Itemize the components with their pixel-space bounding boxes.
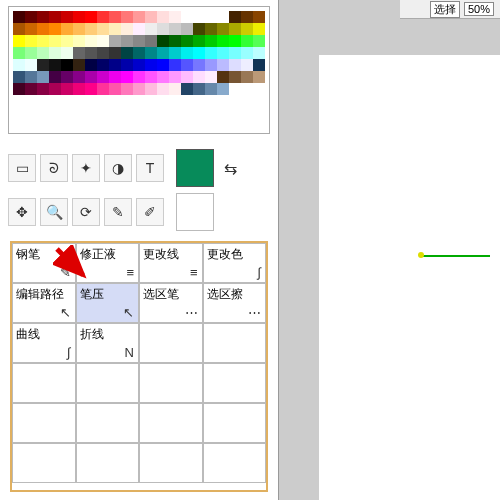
swatch[interactable] bbox=[49, 35, 61, 47]
swatch[interactable] bbox=[49, 71, 61, 83]
tool-笔压[interactable]: 笔压↖ bbox=[76, 283, 140, 323]
swatch[interactable] bbox=[217, 59, 229, 71]
swatch[interactable] bbox=[37, 23, 49, 35]
swatch[interactable] bbox=[229, 47, 241, 59]
swatch[interactable] bbox=[133, 35, 145, 47]
text-icon[interactable]: T bbox=[136, 154, 164, 182]
swatch[interactable] bbox=[253, 71, 265, 83]
swatch[interactable] bbox=[13, 71, 25, 83]
swatch[interactable] bbox=[169, 59, 181, 71]
swatch[interactable] bbox=[61, 35, 73, 47]
swatch[interactable] bbox=[121, 59, 133, 71]
tool-选区擦[interactable]: 选区擦⋯ bbox=[203, 283, 267, 323]
canvas[interactable] bbox=[319, 55, 500, 500]
tool-编辑路径[interactable]: 编辑路径↖ bbox=[12, 283, 76, 323]
swatch[interactable] bbox=[85, 59, 97, 71]
swatch[interactable] bbox=[157, 35, 169, 47]
swatch[interactable] bbox=[241, 11, 253, 23]
swatch[interactable] bbox=[13, 59, 25, 71]
tool-更改色[interactable]: 更改色∫ bbox=[203, 243, 267, 283]
swatch[interactable] bbox=[253, 11, 265, 23]
swatch[interactable] bbox=[133, 83, 145, 95]
swatch[interactable] bbox=[133, 11, 145, 23]
tool-选区笔[interactable]: 选区笔⋯ bbox=[139, 283, 203, 323]
swatch[interactable] bbox=[241, 59, 253, 71]
swatch[interactable] bbox=[205, 35, 217, 47]
swatch[interactable] bbox=[169, 83, 181, 95]
swatch[interactable] bbox=[13, 47, 25, 59]
swatch[interactable] bbox=[229, 11, 241, 23]
swatch[interactable] bbox=[133, 59, 145, 71]
swatch[interactable] bbox=[97, 59, 109, 71]
eyedropper2-icon[interactable]: ✐ bbox=[136, 198, 164, 226]
swatch[interactable] bbox=[169, 47, 181, 59]
foreground-color[interactable] bbox=[176, 149, 214, 187]
swatch[interactable] bbox=[37, 47, 49, 59]
swatch[interactable] bbox=[217, 35, 229, 47]
swatch[interactable] bbox=[217, 11, 229, 23]
swatch[interactable] bbox=[181, 47, 193, 59]
tool-更改线[interactable]: 更改线≡ bbox=[139, 243, 203, 283]
swatch[interactable] bbox=[61, 23, 73, 35]
swatch[interactable] bbox=[73, 59, 85, 71]
swatch[interactable] bbox=[157, 11, 169, 23]
swatch[interactable] bbox=[109, 11, 121, 23]
swatch[interactable] bbox=[61, 47, 73, 59]
swatch[interactable] bbox=[85, 47, 97, 59]
select-button[interactable]: 选择 bbox=[430, 1, 460, 18]
rotate-icon[interactable]: ⟳ bbox=[72, 198, 100, 226]
swatch[interactable] bbox=[193, 11, 205, 23]
zoom-icon[interactable]: 🔍 bbox=[40, 198, 68, 226]
swatch[interactable] bbox=[229, 71, 241, 83]
tool-折线[interactable]: 折线N bbox=[76, 323, 140, 363]
swatch[interactable] bbox=[61, 59, 73, 71]
swatch[interactable] bbox=[97, 11, 109, 23]
swatch[interactable] bbox=[157, 83, 169, 95]
swatch[interactable] bbox=[229, 23, 241, 35]
swatch[interactable] bbox=[97, 47, 109, 59]
blank-swatch[interactable] bbox=[176, 193, 214, 231]
swatch[interactable] bbox=[49, 47, 61, 59]
swatch[interactable] bbox=[205, 47, 217, 59]
eyedropper-icon[interactable]: ✎ bbox=[104, 198, 132, 226]
swatch[interactable] bbox=[25, 47, 37, 59]
swatch[interactable] bbox=[181, 59, 193, 71]
swatch[interactable] bbox=[121, 47, 133, 59]
swatch[interactable] bbox=[145, 11, 157, 23]
swatch[interactable] bbox=[121, 35, 133, 47]
swatch[interactable] bbox=[109, 83, 121, 95]
swatch[interactable] bbox=[217, 71, 229, 83]
swatch[interactable] bbox=[181, 11, 193, 23]
swatch[interactable] bbox=[109, 47, 121, 59]
swatch[interactable] bbox=[157, 59, 169, 71]
swatch[interactable] bbox=[61, 11, 73, 23]
swatch[interactable] bbox=[193, 83, 205, 95]
swatch[interactable] bbox=[193, 71, 205, 83]
swatch[interactable] bbox=[61, 83, 73, 95]
swatch[interactable] bbox=[121, 11, 133, 23]
swatch[interactable] bbox=[133, 71, 145, 83]
swatch[interactable] bbox=[85, 11, 97, 23]
swatch[interactable] bbox=[13, 23, 25, 35]
swatch[interactable] bbox=[253, 59, 265, 71]
swatch[interactable] bbox=[145, 71, 157, 83]
swatch[interactable] bbox=[97, 23, 109, 35]
swatch[interactable] bbox=[25, 35, 37, 47]
lasso-icon[interactable]: ᘐ bbox=[40, 154, 68, 182]
swatch[interactable] bbox=[37, 11, 49, 23]
swatch[interactable] bbox=[85, 23, 97, 35]
swatch[interactable] bbox=[145, 59, 157, 71]
swatch[interactable] bbox=[73, 71, 85, 83]
wand-icon[interactable]: ✦ bbox=[72, 154, 100, 182]
swatch[interactable] bbox=[13, 83, 25, 95]
rect-select-icon[interactable]: ▭ bbox=[8, 154, 36, 182]
swatch[interactable] bbox=[133, 23, 145, 35]
swatch[interactable] bbox=[49, 23, 61, 35]
swatch[interactable] bbox=[145, 83, 157, 95]
swatch[interactable] bbox=[193, 35, 205, 47]
swatch[interactable] bbox=[157, 71, 169, 83]
swatch[interactable] bbox=[229, 35, 241, 47]
swatch[interactable] bbox=[73, 23, 85, 35]
swatch[interactable] bbox=[193, 47, 205, 59]
swatch[interactable] bbox=[157, 23, 169, 35]
